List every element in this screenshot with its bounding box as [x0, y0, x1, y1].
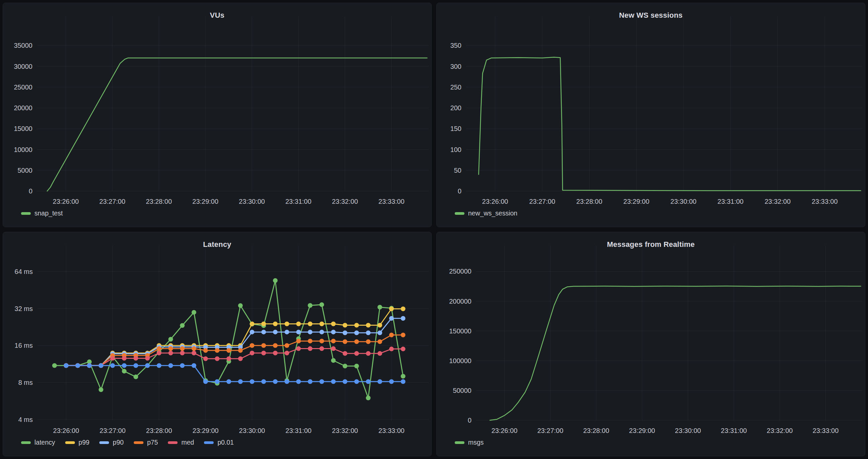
- svg-text:200: 200: [451, 104, 461, 111]
- legend-label: med: [181, 439, 194, 446]
- chart-latency[interactable]: 4 ms8 ms16 ms32 ms64 ms23:26:0023:27:002…: [3, 232, 432, 456]
- legend-item-new_ws_session[interactable]: new_ws_session: [455, 210, 517, 217]
- svg-text:23:33:00: 23:33:00: [811, 198, 838, 205]
- grid-lines: [466, 17, 862, 191]
- legend-color-marker: [99, 441, 109, 444]
- legend-color-marker: [134, 441, 144, 444]
- y-axis-labels: 4 ms8 ms16 ms32 ms64 ms: [15, 268, 33, 423]
- legend-color-marker: [65, 441, 75, 444]
- legend-color-marker: [204, 441, 214, 444]
- svg-text:250: 250: [451, 84, 461, 91]
- legend-item-p99[interactable]: p99: [65, 439, 90, 446]
- svg-text:100000: 100000: [449, 357, 471, 364]
- series-med: [64, 347, 406, 368]
- panel-latency: Latency 4 ms8 ms16 ms32 ms64 ms23:26:002…: [3, 232, 432, 456]
- svg-text:4 ms: 4 ms: [19, 416, 33, 423]
- chart-new-ws-sessions[interactable]: 05010015020025030035023:26:0023:27:0023:…: [437, 3, 865, 227]
- legend-label: p99: [79, 439, 90, 446]
- svg-text:50000: 50000: [453, 387, 471, 394]
- svg-text:100: 100: [451, 146, 461, 153]
- panel-title-latency[interactable]: Latency: [3, 232, 431, 249]
- legend-item-p0.01[interactable]: p0.01: [204, 439, 234, 446]
- panel-title-messages[interactable]: Messages from Realtime: [437, 232, 865, 249]
- svg-text:23:29:00: 23:29:00: [623, 198, 649, 205]
- legend-color-marker: [21, 441, 31, 444]
- legend-item-snap_test[interactable]: snap_test: [21, 210, 63, 217]
- series-new_ws_session: [479, 57, 861, 191]
- legend-label: p90: [113, 439, 124, 446]
- svg-text:23:33:00: 23:33:00: [812, 427, 839, 434]
- svg-text:23:30:00: 23:30:00: [671, 198, 696, 205]
- svg-text:23:31:00: 23:31:00: [721, 427, 747, 434]
- legend-color-marker: [21, 212, 31, 215]
- svg-text:25000: 25000: [14, 84, 32, 91]
- svg-text:23:29:00: 23:29:00: [193, 427, 219, 434]
- grid-lines: [37, 17, 429, 191]
- x-axis-labels: 23:26:0023:27:0023:28:0023:29:0023:30:00…: [492, 427, 839, 434]
- svg-text:30000: 30000: [14, 63, 32, 70]
- legend-item-latency[interactable]: latency: [21, 439, 55, 446]
- dashboard: VUs 050001000015000200002500030000350002…: [0, 0, 868, 459]
- svg-text:0: 0: [29, 188, 32, 195]
- series-msgs: [490, 286, 861, 420]
- svg-text:16 ms: 16 ms: [15, 342, 33, 349]
- svg-text:32 ms: 32 ms: [15, 305, 33, 313]
- svg-text:35000: 35000: [14, 42, 32, 49]
- svg-text:15000: 15000: [14, 125, 32, 132]
- series-snap_test: [47, 58, 427, 191]
- chart-messages[interactable]: 05000010000015000020000025000023:26:0023…: [437, 232, 865, 456]
- legend-item-msgs[interactable]: msgs: [455, 439, 484, 446]
- svg-text:23:31:00: 23:31:00: [285, 198, 311, 205]
- legend-item-med[interactable]: med: [168, 439, 194, 446]
- svg-text:23:33:00: 23:33:00: [378, 427, 405, 434]
- svg-text:23:30:00: 23:30:00: [675, 427, 701, 434]
- legend-color-marker: [455, 441, 464, 444]
- chart-vus[interactable]: 0500010000150002000025000300003500023:26…: [3, 3, 432, 227]
- svg-text:23:27:00: 23:27:00: [100, 427, 126, 434]
- svg-text:250000: 250000: [449, 268, 471, 275]
- legend-label: p75: [147, 439, 158, 446]
- svg-text:23:30:00: 23:30:00: [239, 427, 265, 434]
- svg-text:23:32:00: 23:32:00: [332, 198, 358, 205]
- svg-text:8 ms: 8 ms: [19, 379, 33, 386]
- svg-text:23:26:00: 23:26:00: [53, 427, 79, 434]
- legend-item-p75[interactable]: p75: [134, 439, 158, 446]
- legend-item-p90[interactable]: p90: [99, 439, 124, 446]
- svg-text:23:26:00: 23:26:00: [482, 198, 508, 205]
- svg-text:23:32:00: 23:32:00: [765, 198, 791, 205]
- legend-messages: msgs: [455, 439, 484, 446]
- svg-text:23:33:00: 23:33:00: [378, 198, 405, 205]
- svg-text:150000: 150000: [449, 327, 471, 335]
- y-axis-labels: 050100150200250300350: [451, 42, 461, 195]
- svg-text:23:32:00: 23:32:00: [767, 427, 793, 434]
- series-p75: [64, 333, 406, 368]
- x-axis-labels: 23:26:0023:27:0023:28:0023:29:0023:30:00…: [482, 198, 838, 205]
- svg-text:23:28:00: 23:28:00: [583, 427, 609, 434]
- legend-vus: snap_test: [21, 210, 63, 217]
- legend-label: latency: [34, 439, 55, 446]
- legend-color-marker: [168, 441, 178, 444]
- svg-text:300: 300: [451, 63, 461, 70]
- svg-text:23:29:00: 23:29:00: [192, 198, 218, 205]
- legend-label: snap_test: [34, 210, 63, 217]
- svg-text:50: 50: [454, 167, 461, 174]
- svg-text:23:27:00: 23:27:00: [529, 198, 555, 205]
- svg-text:23:31:00: 23:31:00: [717, 198, 744, 205]
- legend-label: new_ws_session: [468, 210, 517, 217]
- svg-text:200000: 200000: [449, 298, 471, 305]
- svg-text:150: 150: [451, 125, 461, 132]
- panel-vus: VUs 050001000015000200002500030000350002…: [3, 3, 432, 227]
- y-axis-labels: 05000100001500020000250003000035000: [14, 42, 32, 195]
- svg-text:10000: 10000: [14, 146, 32, 153]
- svg-text:350: 350: [451, 42, 461, 49]
- svg-text:23:26:00: 23:26:00: [53, 198, 79, 205]
- legend-new-ws-sessions: new_ws_session: [455, 210, 517, 217]
- svg-text:23:31:00: 23:31:00: [285, 427, 312, 434]
- svg-text:23:30:00: 23:30:00: [239, 198, 265, 205]
- panel-title-vus[interactable]: VUs: [3, 3, 431, 20]
- legend-label: p0.01: [217, 439, 234, 446]
- svg-text:23:27:00: 23:27:00: [537, 427, 563, 434]
- svg-text:5000: 5000: [18, 167, 33, 174]
- svg-text:23:29:00: 23:29:00: [629, 427, 655, 434]
- panel-title-new-ws-sessions[interactable]: New WS sessions: [437, 3, 865, 20]
